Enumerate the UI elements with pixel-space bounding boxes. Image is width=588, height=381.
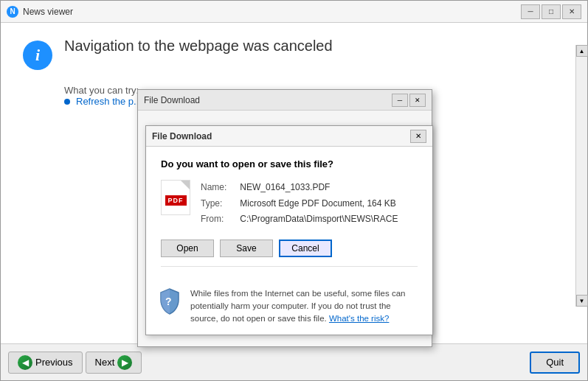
fd-outer-controls: ─ ✕ [392, 94, 426, 107]
cancel-button[interactable]: Cancel [279, 240, 332, 257]
fd-file-info: PDF Name: NEW_0164_1033.PDF Type: Micros… [161, 180, 418, 228]
file-download-inner-dialog: File Download ✕ Do you want to open or s… [145, 125, 433, 335]
file-download-outer-titlebar: File Download ─ ✕ [138, 90, 432, 111]
pdf-label: PDF [165, 195, 187, 206]
fd-from-value: C:\ProgramData\Dimsport\NEWS\RACE [240, 214, 398, 224]
window-title: News viewer [23, 7, 521, 17]
next-button[interactable]: Next ▶ [86, 352, 142, 374]
fd-question: Do you want to open or save this file? [161, 158, 418, 169]
previous-button[interactable]: ◀ Previous [8, 352, 83, 374]
info-icon-letter: i [35, 46, 40, 65]
minimize-button[interactable]: ─ [521, 4, 540, 19]
main-content-area: i Navigation to the webpage was canceled… [1, 23, 587, 343]
fd-type-label: Type: [201, 196, 238, 212]
fd-outer-close-button[interactable]: ✕ [409, 94, 426, 107]
fd-inner-close-button[interactable]: ✕ [410, 130, 426, 143]
open-button[interactable]: Open [161, 240, 214, 257]
fd-name-value: NEW_0164_1033.PDF [240, 182, 330, 192]
fd-action-buttons: Open Save Cancel [161, 240, 418, 267]
title-bar: N News viewer ─ □ ✕ [1, 1, 587, 23]
next-label: Next [95, 357, 115, 368]
fd-type-value: Microsoft Edge PDF Document, 164 KB [240, 198, 395, 209]
right-scrollbar: ▲ ▼ [575, 45, 587, 307]
window-close-button[interactable]: ✕ [562, 4, 581, 19]
scroll-up-button[interactable]: ▲ [576, 45, 588, 57]
previous-label: Previous [35, 357, 73, 368]
fd-from-label: From: [201, 212, 238, 228]
whats-the-risk-link[interactable]: What's the risk? [329, 314, 389, 323]
fd-from-row: From: C:\ProgramData\Dimsport\NEWS\RACE [201, 212, 398, 228]
fd-content: Do you want to open or save this file? P… [146, 147, 432, 279]
fd-name-row: Name: NEW_0164_1033.PDF [201, 180, 398, 196]
scroll-track [576, 57, 587, 295]
bottom-bar: ◀ Previous Next ▶ Quit [1, 343, 587, 380]
nav-canceled-title: Navigation to the webpage was canceled [64, 38, 333, 55]
file-download-outer-title: File Download [144, 95, 392, 105]
maximize-button[interactable]: □ [542, 4, 561, 19]
previous-arrow-icon: ◀ [18, 355, 32, 370]
title-bar-controls: ─ □ ✕ [521, 4, 581, 19]
refresh-text: Refresh the p... [76, 96, 142, 107]
file-download-outer-window: File Download ─ ✕ File Download ✕ Do yo [137, 89, 432, 347]
pdf-icon-corner [181, 181, 190, 189]
fd-file-details: Name: NEW_0164_1033.PDF Type: Microsoft … [201, 180, 398, 228]
fd-warning-text: While files from the Internet can be use… [190, 287, 421, 326]
fd-inner-titlebar: File Download ✕ [146, 126, 432, 147]
nav-buttons: ◀ Previous Next ▶ [8, 352, 142, 374]
app-icon: N [7, 6, 18, 18]
pdf-icon: PDF [161, 180, 190, 215]
quit-button[interactable]: Quit [530, 352, 580, 374]
list-bullet [64, 99, 70, 105]
fd-outer-minimize-button[interactable]: ─ [392, 94, 408, 107]
svg-text:?: ? [165, 296, 172, 307]
nav-canceled-header: i Navigation to the webpage was canceled [23, 38, 565, 70]
save-button[interactable]: Save [220, 240, 273, 257]
fd-inner-title: File Download [152, 131, 410, 141]
main-window: N News viewer ─ □ ✕ i Navigation to the … [0, 0, 588, 381]
next-arrow-icon: ▶ [117, 355, 132, 370]
scroll-down-button[interactable]: ▼ [576, 295, 588, 307]
shield-icon: ? [158, 287, 181, 315]
info-icon: i [23, 41, 52, 70]
fd-type-row: Type: Microsoft Edge PDF Document, 164 K… [201, 196, 398, 212]
fd-name-label: Name: [201, 180, 238, 196]
fd-warning-section: ? While files from the Internet can be u… [146, 279, 432, 335]
